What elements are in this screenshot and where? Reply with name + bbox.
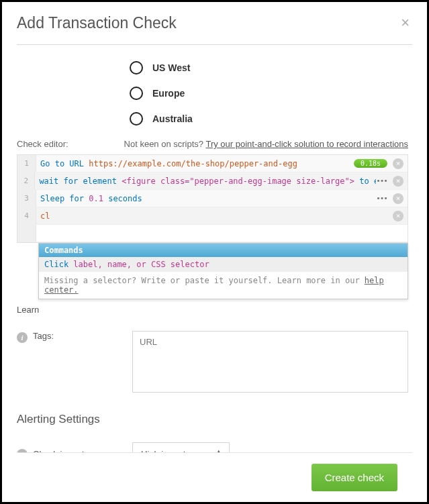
- editor-line-3[interactable]: 3 Sleep for 0.1 seconds ••• ×: [17, 190, 408, 207]
- delete-line-icon[interactable]: ×: [393, 211, 403, 221]
- check-importance-row: i Check importance: High importance ▴▾: [17, 442, 408, 452]
- tags-row: i Tags:: [17, 331, 408, 393]
- line-number: 2: [17, 172, 35, 189]
- tags-label: Tags:: [33, 331, 127, 341]
- editor-line-4[interactable]: 4 cl ×: [17, 207, 408, 225]
- editor-line-1[interactable]: 1 Go to URL https://example.com/the-shop…: [17, 155, 408, 172]
- add-transaction-check-modal: Add Transaction Check × US West Europe A…: [2, 2, 427, 502]
- region-option-us-west[interactable]: US West: [130, 61, 408, 74]
- autocomplete-help: Missing a selector? Write or paste it yo…: [39, 272, 408, 299]
- region-list: US West Europe Australia: [130, 61, 408, 125]
- autocomplete-header: Commands: [39, 244, 408, 257]
- radio-icon[interactable]: [130, 61, 143, 74]
- modal-scroll-area[interactable]: US West Europe Australia Check editor: N…: [17, 48, 412, 452]
- line-code[interactable]: wait for element <figure class="pepper-a…: [35, 174, 376, 188]
- delete-line-icon[interactable]: ×: [393, 193, 403, 204]
- line-code[interactable]: Go to URL https://example.com/the-shop/p…: [36, 157, 354, 170]
- modal-header: Add Transaction Check ×: [17, 14, 412, 32]
- check-importance-select[interactable]: High importance ▴▾: [132, 442, 230, 452]
- create-check-button[interactable]: Create check: [312, 464, 397, 491]
- region-option-europe[interactable]: Europe: [130, 87, 408, 100]
- editor-add-line[interactable]: [17, 225, 408, 242]
- modal-footer: Create check: [17, 452, 412, 502]
- check-editor-hint: Not keen on scripts? Try our point-and-c…: [124, 139, 408, 149]
- autocomplete-suggestion[interactable]: Click label, name, or CSS selector: [39, 257, 408, 272]
- alerting-settings-title: Alerting Settings: [17, 413, 408, 426]
- point-and-click-link[interactable]: Try our point-and-click solution to reco…: [205, 139, 408, 149]
- modal-title: Add Transaction Check: [17, 14, 177, 32]
- line-number: 1: [17, 155, 36, 172]
- divider: [17, 44, 412, 45]
- spinner-icon: •••: [376, 194, 387, 203]
- close-icon[interactable]: ×: [398, 14, 412, 32]
- line-number: 3: [17, 190, 36, 207]
- learn-more-text: Learn: [17, 305, 408, 315]
- check-editor-header: Check editor: Not keen on scripts? Try o…: [17, 139, 408, 149]
- autocomplete-popup: Commands Click label, name, or CSS selec…: [38, 243, 408, 299]
- check-editor-label: Check editor:: [17, 139, 68, 149]
- radio-icon[interactable]: [130, 112, 143, 125]
- info-icon[interactable]: i: [17, 332, 28, 343]
- region-label: US West: [152, 62, 191, 73]
- region-label: Europe: [152, 88, 185, 99]
- spinner-icon: •••: [376, 177, 387, 185]
- radio-icon[interactable]: [130, 87, 143, 100]
- timing-badge: 0.18s: [354, 159, 387, 168]
- delete-line-icon[interactable]: ×: [393, 158, 403, 169]
- line-code[interactable]: cl: [36, 209, 393, 223]
- delete-line-icon[interactable]: ×: [393, 176, 403, 187]
- tags-input[interactable]: [132, 331, 408, 393]
- editor-line-2[interactable]: 2 wait for element <figure class="pepper…: [17, 172, 408, 190]
- line-code[interactable]: Sleep for 0.1 seconds: [36, 192, 376, 205]
- line-number: 4: [17, 207, 36, 224]
- region-label: Australia: [152, 113, 193, 124]
- region-option-australia[interactable]: Australia: [130, 112, 408, 125]
- line-number: [17, 225, 36, 242]
- check-editor[interactable]: 1 Go to URL https://example.com/the-shop…: [17, 154, 408, 243]
